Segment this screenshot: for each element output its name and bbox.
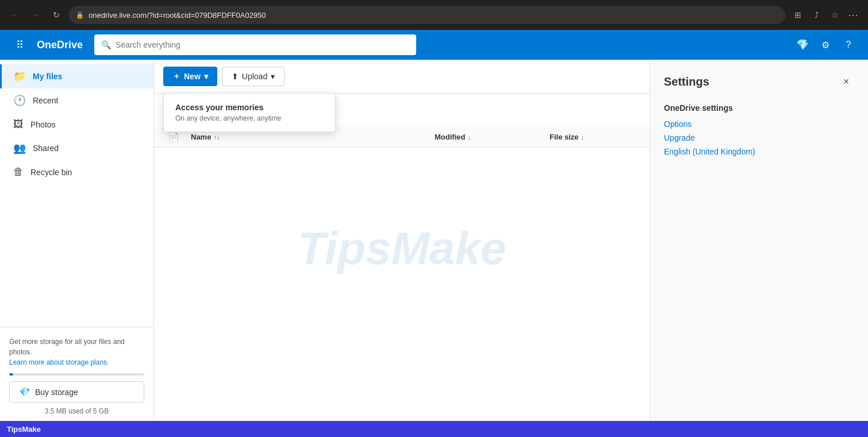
modified-column-label: Modified	[435, 133, 465, 141]
url-text: onedrive.live.com/?id=root&cid=079D8FDFF…	[89, 11, 266, 20]
browser-actions: ⊞ ⤴ ☆ ⋯	[790, 7, 861, 23]
plus-icon: ＋	[172, 71, 180, 82]
lock-icon: 🔒	[76, 11, 84, 19]
sidebar-item-photos[interactable]: 🖼 Photos	[0, 113, 153, 136]
buy-storage-button[interactable]: 💎 Buy storage	[9, 381, 144, 403]
filesize-column-label: File size	[550, 133, 579, 141]
browser-chrome: ← → ↻ 🔒 onedrive.live.com/?id=root&cid=0…	[0, 0, 868, 30]
new-chevron-icon: ▾	[204, 72, 208, 81]
toolbar: ＋ New ▾ ⬆ Upload ▾	[154, 60, 650, 94]
search-box[interactable]: 🔍	[94, 34, 416, 55]
clock-icon: 🕐	[13, 94, 26, 107]
extensions-button[interactable]: ⊞	[790, 7, 806, 23]
premium-button[interactable]: 💎	[792, 34, 813, 55]
app-title: OneDrive	[37, 39, 83, 51]
settings-section-title: OneDrive settings	[664, 103, 854, 113]
new-button[interactable]: ＋ New ▾	[163, 67, 217, 86]
storage-used-text: 3.5 MB used of 5 GB	[9, 407, 144, 415]
name-sort-arrows: ↑↓	[213, 134, 220, 141]
photo-icon: 🖼	[13, 118, 24, 130]
upload-chevron-icon: ▾	[271, 72, 275, 81]
col-icon-header: 📄	[168, 132, 191, 142]
col-filesize-header[interactable]: File size ↓	[550, 133, 636, 141]
top-nav: ⠿ OneDrive 🔍 💎 ⚙ ?	[0, 30, 868, 60]
dropdown-title: Access your memories	[175, 103, 324, 112]
sidebar-item-shared[interactable]: 👥 Shared	[0, 136, 153, 160]
sidebar-label-my-files: My files	[33, 72, 62, 81]
help-button[interactable]: ?	[838, 34, 859, 55]
sidebar-item-recycle-bin[interactable]: 🗑 Recycle bin	[0, 160, 153, 184]
folder-icon: 📁	[13, 70, 26, 83]
top-nav-right: 💎 ⚙ ?	[792, 34, 859, 55]
sidebar: 📁 My files 🕐 Recent 🖼 Photos 👥 Shared 🗑	[0, 60, 154, 437]
settings-panel: Settings × OneDrive settings Options Upg…	[650, 60, 868, 437]
sidebar-item-my-files[interactable]: 📁 My files	[0, 64, 153, 88]
sidebar-label-photos: Photos	[30, 120, 56, 129]
storage-info-text: Get more storage for all your files and …	[9, 337, 144, 368]
watermark: TipsMake	[297, 222, 506, 275]
recycle-icon: 🗑	[13, 166, 24, 178]
content-area: ＋ New ▾ ⬆ Upload ▾ Access your memories …	[154, 60, 650, 437]
name-column-label: Name	[191, 133, 211, 141]
back-button[interactable]: ←	[7, 7, 23, 23]
upload-button[interactable]: ⬆ Upload ▾	[222, 67, 285, 86]
favorites-button[interactable]: ☆	[827, 7, 843, 23]
tipsmake-label: TipsMake	[7, 425, 41, 434]
sidebar-label-shared: Shared	[33, 144, 59, 153]
settings-language-link[interactable]: English (United Kingdom)	[664, 147, 854, 156]
settings-upgrade-link[interactable]: Upgrade	[664, 133, 854, 142]
share-button[interactable]: ⤴	[808, 7, 824, 23]
col-modified-header[interactable]: Modified ↓	[435, 133, 550, 141]
buy-storage-label: Buy storage	[35, 388, 78, 397]
waffle-menu-button[interactable]: ⠿	[9, 34, 30, 55]
reload-button[interactable]: ↻	[48, 7, 64, 23]
storage-progress-bar	[9, 373, 144, 376]
diamond-icon: 💎	[19, 386, 30, 397]
sidebar-label-recent: Recent	[33, 96, 58, 105]
sidebar-label-recycle-bin: Recycle bin	[30, 168, 72, 177]
app-container: ⠿ OneDrive 🔍 💎 ⚙ ? 📁 My files 🕐 Recent	[0, 30, 868, 437]
sidebar-nav: 📁 My files 🕐 Recent 🖼 Photos 👥 Shared 🗑	[0, 60, 153, 327]
upload-icon: ⬆	[232, 72, 239, 81]
new-button-label: New	[184, 72, 201, 81]
settings-nav-button[interactable]: ⚙	[815, 34, 836, 55]
modified-sort-arrows: ↓	[467, 134, 471, 141]
search-input[interactable]	[116, 40, 409, 49]
main-area: 📁 My files 🕐 Recent 🖼 Photos 👥 Shared 🗑	[0, 60, 868, 437]
tipsmake-bar: TipsMake	[0, 421, 868, 437]
sidebar-item-recent[interactable]: 🕐 Recent	[0, 88, 153, 113]
more-options-button[interactable]: ⋯	[845, 7, 861, 23]
search-icon: 🔍	[101, 40, 111, 49]
learn-more-link[interactable]: Learn more about storage plans.	[9, 358, 109, 366]
close-settings-button[interactable]: ×	[838, 74, 854, 90]
dropdown-subtitle: On any device, anywhere, anytime	[175, 114, 324, 122]
dropdown-popup: Access your memories On any device, anyw…	[163, 93, 336, 132]
upload-button-label: Upload	[242, 72, 267, 81]
filesize-sort-arrows: ↓	[581, 134, 585, 141]
address-bar[interactable]: 🔒 onedrive.live.com/?id=root&cid=079D8FD…	[69, 6, 785, 24]
forward-button[interactable]: →	[28, 7, 44, 23]
settings-header: Settings ×	[664, 74, 854, 90]
shared-icon: 👥	[13, 142, 26, 154]
settings-title: Settings	[664, 75, 709, 88]
settings-options-link[interactable]: Options	[664, 119, 854, 129]
storage-progress-fill	[9, 373, 13, 376]
file-header-icon: 📄	[168, 132, 179, 142]
col-name-header[interactable]: Name ↑↓	[191, 133, 435, 141]
